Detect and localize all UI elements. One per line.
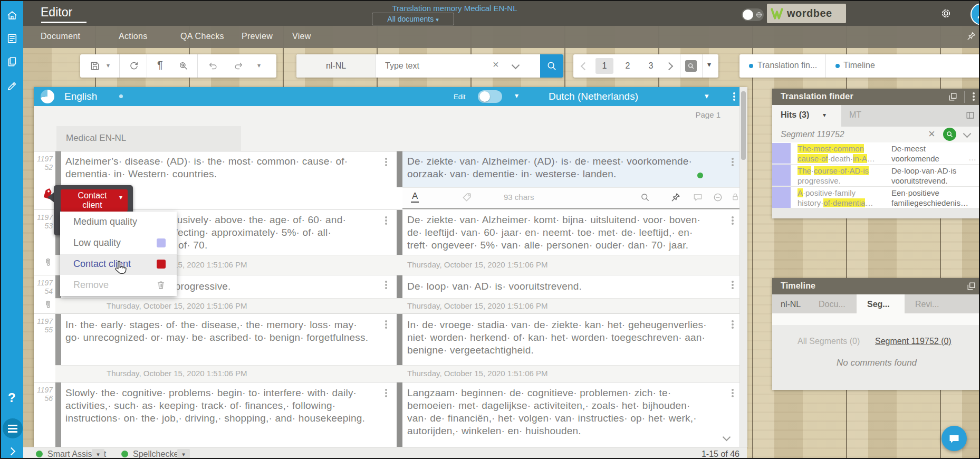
language-toggle[interactable] <box>742 8 764 21</box>
target-text[interactable]: De· ziekte· van· Alzheimer· komt· bijna·… <box>407 214 708 252</box>
search-options-chevron-icon[interactable] <box>512 61 520 70</box>
spellchecker-dropdown[interactable] <box>177 449 190 458</box>
pagination-caret-icon[interactable] <box>707 60 711 69</box>
page-button-1[interactable]: 1 <box>595 58 613 74</box>
hit-row[interactable]: A·positive·familyhistory·of·dementia… Ee… <box>772 187 980 208</box>
gear-icon[interactable] <box>940 7 952 20</box>
menu-item-medium-quality[interactable]: Medium quality <box>60 212 177 233</box>
tab-mt[interactable]: MT <box>849 110 861 120</box>
layout-icon[interactable] <box>965 110 975 120</box>
hit-more[interactable]: … <box>968 153 976 162</box>
menu-actions[interactable]: Actions <box>119 32 148 41</box>
target-kebab-icon[interactable] <box>732 323 734 326</box>
menu-item-remove[interactable]: Remove <box>60 275 177 296</box>
target-kebab-icon[interactable] <box>732 392 734 394</box>
source-kebab-icon[interactable] <box>385 392 387 394</box>
refresh-icon[interactable] <box>129 61 139 71</box>
burger-menu-button[interactable] <box>3 418 23 438</box>
search-language-dropdown[interactable]: nl-NL <box>296 54 376 78</box>
undo-icon[interactable] <box>208 61 218 71</box>
target-kebab-icon[interactable] <box>732 284 734 286</box>
search-refresh-icon[interactable] <box>178 61 189 71</box>
target-kebab-icon[interactable] <box>732 161 734 163</box>
menu-preview[interactable]: Preview <box>242 32 273 41</box>
target-text[interactable]: In· de· vroege· stadia· van· de· ziekte·… <box>407 319 708 357</box>
clear-icon[interactable] <box>928 127 935 141</box>
hit-row[interactable]: The·course·of·AD·isprogressive. De·loop·… <box>772 165 980 187</box>
tab-hits[interactable]: Hits (3) <box>772 105 841 127</box>
tag-icon[interactable] <box>462 192 472 203</box>
segment-link[interactable]: Segment 119752 (0) <box>875 337 952 346</box>
clear-search-icon[interactable] <box>493 59 499 71</box>
expand-chevron-icon[interactable] <box>963 130 972 138</box>
home-icon[interactable] <box>6 9 18 21</box>
menu-qa-checks[interactable]: QA Checks <box>180 32 224 41</box>
source-kebab-icon[interactable] <box>385 284 387 286</box>
undo-caret-icon[interactable] <box>257 62 261 69</box>
popout-icon[interactable] <box>948 92 958 102</box>
document-scope-dropdown[interactable]: All documents <box>372 13 454 25</box>
pin-icon[interactable] <box>670 192 681 203</box>
target-kebab-icon[interactable] <box>732 219 734 222</box>
target-text[interactable]: De· loop· van· AD· is· vooruitstrevend. <box>407 280 708 293</box>
quality-status-button[interactable]: Contact client <box>61 189 128 212</box>
tab-revisions[interactable]: Revi... <box>915 300 939 309</box>
tab-nl-nl[interactable]: nl-NL <box>781 300 801 309</box>
target-text[interactable]: Langzaam· beginnen· de· cognitieve· prob… <box>407 387 710 437</box>
page-button-3[interactable]: 3 <box>642 58 660 74</box>
edit-toggle[interactable] <box>478 90 502 103</box>
finder-search-button[interactable] <box>943 128 956 141</box>
segments-list-icon[interactable] <box>6 33 18 44</box>
all-segments-link[interactable]: All Segments (0) <box>798 337 860 346</box>
menu-view[interactable]: View <box>292 32 311 41</box>
source-text[interactable]: In· the· early· stages· of· the· disease… <box>65 319 371 344</box>
smart-assistant-dropdown[interactable] <box>92 449 104 458</box>
source-kebab-icon[interactable] <box>385 161 387 163</box>
page-button-2[interactable]: 2 <box>619 58 637 74</box>
documents-icon[interactable] <box>6 56 18 68</box>
pilcrow-icon[interactable] <box>157 59 163 71</box>
attachment-clip-icon[interactable] <box>43 257 53 267</box>
format-icon[interactable] <box>411 191 419 203</box>
source-text[interactable]: Alzheimer’s· disease· (AD)· is· the· mos… <box>65 155 371 180</box>
source-kebab-icon[interactable] <box>385 323 387 326</box>
comment-icon[interactable] <box>693 192 703 203</box>
next-page-icon[interactable] <box>665 62 674 71</box>
search-input[interactable] <box>384 58 486 74</box>
redo-icon[interactable] <box>233 61 244 71</box>
hit-row[interactable]: The·most·commoncause·of·death·in·A… De·m… <box>772 142 980 165</box>
header-kebab-icon[interactable] <box>733 95 735 98</box>
support-chat-button[interactable] <box>941 426 967 451</box>
exclude-icon[interactable] <box>713 192 723 203</box>
prev-page-icon[interactable] <box>581 62 589 71</box>
menu-item-low-quality[interactable]: Low quality <box>60 233 177 254</box>
lock-icon[interactable] <box>731 192 740 202</box>
save-icon[interactable] <box>90 61 100 71</box>
tab-translation-finder[interactable]: Translation fin... <box>739 54 825 78</box>
save-caret-icon[interactable] <box>107 62 110 69</box>
target-cell-selected[interactable]: De· ziekte· van· Alzheimer· (AD)· is· de… <box>397 151 739 187</box>
finder-kebab-icon[interactable] <box>973 95 975 98</box>
target-text[interactable]: De· ziekte· van· Alzheimer· (AD)· is· de… <box>407 155 703 180</box>
collapse-arrow-icon[interactable] <box>7 447 16 456</box>
help-icon[interactable] <box>8 390 16 405</box>
scroll-more-chevron-icon[interactable] <box>723 433 731 442</box>
avatar[interactable] <box>971 3 980 25</box>
target-options-caret-icon[interactable] <box>705 91 709 101</box>
document-tab[interactable]: Medical EN-NL <box>56 126 241 151</box>
edit-caret-icon[interactable] <box>515 91 518 100</box>
source-kebab-icon[interactable] <box>385 219 387 222</box>
edit-pencil-icon[interactable] <box>6 80 18 92</box>
goto-segment-icon[interactable] <box>685 60 697 72</box>
popout-icon[interactable] <box>966 281 976 291</box>
vertical-scrollbar[interactable] <box>739 87 747 447</box>
search-button[interactable] <box>540 54 563 78</box>
attachment-clip-icon[interactable] <box>43 300 53 310</box>
source-text[interactable]: Slowly· the· cognitive· problems· begin·… <box>65 387 371 425</box>
menu-document[interactable]: Document <box>41 32 80 41</box>
pin-panel-icon[interactable] <box>966 31 976 41</box>
tab-timeline[interactable]: Timeline <box>825 54 980 78</box>
tab-document[interactable]: Docu... <box>819 300 846 309</box>
concordance-search-icon[interactable] <box>640 192 650 203</box>
scrollbar-thumb[interactable] <box>741 91 746 160</box>
